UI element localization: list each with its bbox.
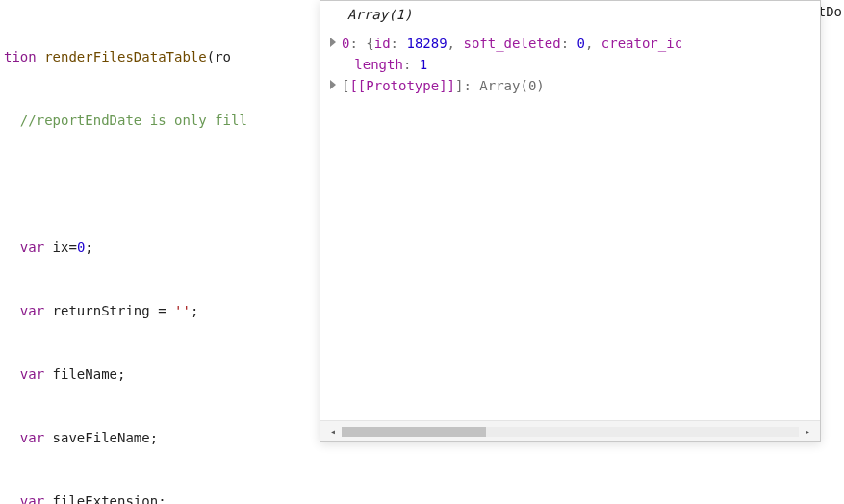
popup-prototype[interactable]: [[[Prototype]]]: Array(0) [330,75,814,96]
scroll-thumb[interactable] [342,427,486,437]
expand-triangle-icon[interactable] [330,38,336,47]
popup-title: Array(1) [320,1,820,29]
scroll-track[interactable] [342,427,799,437]
debug-value-popup[interactable]: Array(1) 0: {id: 18289, soft_deleted: 0,… [320,0,821,442]
scroll-left-icon[interactable]: ◂ [326,426,340,437]
popup-body[interactable]: 0: {id: 18289, soft_deleted: 0, creator_… [320,29,820,420]
clipped-source-text: tDo [818,0,844,19]
popup-entry[interactable]: 0: {id: 18289, soft_deleted: 0, creator_… [330,33,814,54]
expand-triangle-icon[interactable] [330,80,336,89]
popup-length: length: 1 [330,54,814,75]
code-line: var fileExtension; [4,491,844,504]
popup-horizontal-scrollbar[interactable]: ◂ ▸ [320,420,820,441]
scroll-right-icon[interactable]: ▸ [801,426,814,437]
